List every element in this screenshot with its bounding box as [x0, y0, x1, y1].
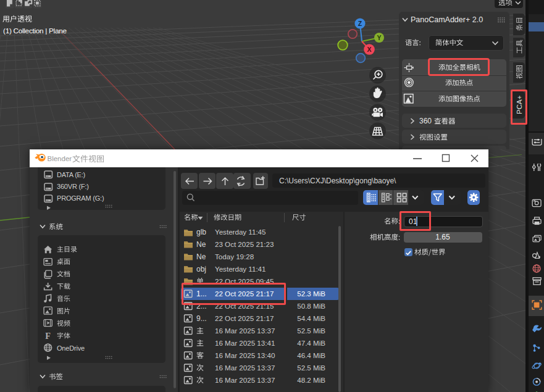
svg-text:Y: Y [377, 34, 381, 41]
svg-text:X: X [367, 46, 371, 53]
svg-text:Z: Z [358, 20, 362, 27]
svg-text:F: F [45, 331, 51, 340]
